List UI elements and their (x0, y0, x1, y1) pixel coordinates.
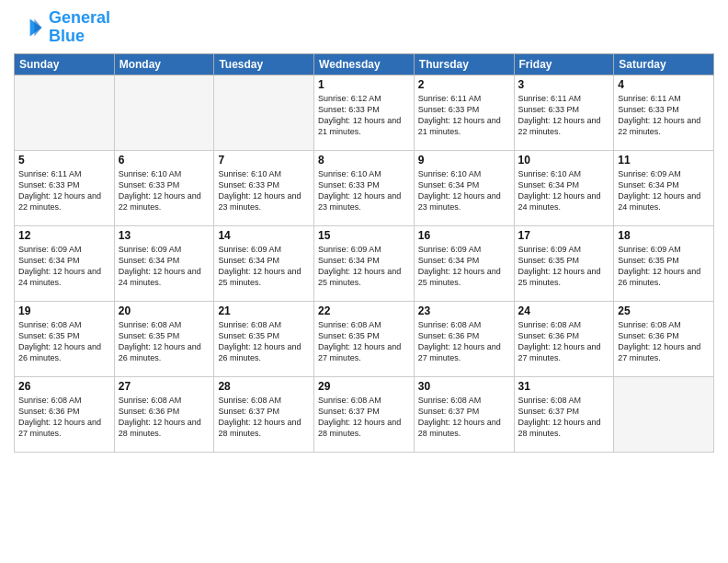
calendar-cell: 7Sunrise: 6:10 AM Sunset: 6:33 PM Daylig… (214, 150, 314, 225)
calendar-cell: 5Sunrise: 6:11 AM Sunset: 6:33 PM Daylig… (15, 150, 115, 225)
day-info: Sunrise: 6:08 AM Sunset: 6:35 PM Dayligh… (318, 319, 410, 364)
day-info: Sunrise: 6:08 AM Sunset: 6:35 PM Dayligh… (18, 319, 110, 364)
day-info: Sunrise: 6:08 AM Sunset: 6:37 PM Dayligh… (518, 395, 610, 440)
day-number: 29 (318, 380, 410, 393)
day-number: 5 (18, 154, 110, 167)
weekday-header-tuesday: Tuesday (214, 53, 314, 75)
day-number: 7 (218, 154, 310, 167)
day-number: 27 (119, 380, 210, 393)
weekday-header-sunday: Sunday (15, 53, 115, 75)
day-info: Sunrise: 6:08 AM Sunset: 6:37 PM Dayligh… (318, 395, 410, 440)
day-number: 26 (18, 380, 110, 393)
day-info: Sunrise: 6:11 AM Sunset: 6:33 PM Dayligh… (418, 93, 510, 138)
day-info: Sunrise: 6:09 AM Sunset: 6:34 PM Dayligh… (218, 244, 310, 289)
day-number: 1 (318, 78, 410, 91)
day-number: 20 (119, 304, 210, 317)
calendar-cell: 28Sunrise: 6:08 AM Sunset: 6:37 PM Dayli… (214, 376, 314, 452)
weekday-header-thursday: Thursday (414, 53, 514, 75)
calendar-cell: 22Sunrise: 6:08 AM Sunset: 6:35 PM Dayli… (314, 301, 415, 376)
calendar-cell: 19Sunrise: 6:08 AM Sunset: 6:35 PM Dayli… (15, 301, 115, 376)
day-number: 12 (18, 229, 110, 242)
day-info: Sunrise: 6:10 AM Sunset: 6:33 PM Dayligh… (318, 168, 410, 213)
calendar-cell (214, 75, 314, 150)
day-number: 19 (18, 304, 110, 317)
day-number: 30 (418, 380, 510, 393)
calendar-cell: 17Sunrise: 6:09 AM Sunset: 6:35 PM Dayli… (514, 225, 614, 301)
calendar-cell: 12Sunrise: 6:09 AM Sunset: 6:34 PM Dayli… (15, 225, 115, 301)
calendar-cell: 31Sunrise: 6:08 AM Sunset: 6:37 PM Dayli… (514, 376, 614, 452)
calendar-cell: 27Sunrise: 6:08 AM Sunset: 6:36 PM Dayli… (114, 376, 214, 452)
calendar-cell: 1Sunrise: 6:12 AM Sunset: 6:33 PM Daylig… (314, 75, 415, 150)
day-number: 3 (518, 78, 610, 91)
day-number: 22 (318, 304, 410, 317)
calendar-cell: 14Sunrise: 6:09 AM Sunset: 6:34 PM Dayli… (214, 225, 314, 301)
week-row-1: 1Sunrise: 6:12 AM Sunset: 6:33 PM Daylig… (15, 75, 714, 150)
calendar-cell: 9Sunrise: 6:10 AM Sunset: 6:34 PM Daylig… (414, 150, 514, 225)
calendar-cell: 13Sunrise: 6:09 AM Sunset: 6:34 PM Dayli… (114, 225, 214, 301)
calendar-cell: 21Sunrise: 6:08 AM Sunset: 6:35 PM Dayli… (214, 301, 314, 376)
calendar-cell: 18Sunrise: 6:09 AM Sunset: 6:35 PM Dayli… (614, 225, 714, 301)
day-info: Sunrise: 6:09 AM Sunset: 6:35 PM Dayligh… (618, 244, 710, 289)
week-row-4: 19Sunrise: 6:08 AM Sunset: 6:35 PM Dayli… (15, 301, 714, 376)
calendar-cell: 3Sunrise: 6:11 AM Sunset: 6:33 PM Daylig… (514, 75, 614, 150)
day-number: 4 (618, 78, 710, 91)
weekday-header-friday: Friday (514, 53, 614, 75)
day-number: 13 (119, 229, 210, 242)
day-info: Sunrise: 6:09 AM Sunset: 6:34 PM Dayligh… (418, 244, 510, 289)
day-number: 8 (318, 154, 410, 167)
calendar-cell: 20Sunrise: 6:08 AM Sunset: 6:35 PM Dayli… (114, 301, 214, 376)
week-row-5: 26Sunrise: 6:08 AM Sunset: 6:36 PM Dayli… (15, 376, 714, 452)
day-info: Sunrise: 6:09 AM Sunset: 6:34 PM Dayligh… (318, 244, 410, 289)
day-info: Sunrise: 6:08 AM Sunset: 6:36 PM Dayligh… (618, 319, 710, 364)
weekday-header-wednesday: Wednesday (314, 53, 415, 75)
weekday-header-saturday: Saturday (614, 53, 714, 75)
calendar-cell: 11Sunrise: 6:09 AM Sunset: 6:34 PM Dayli… (614, 150, 714, 225)
day-info: Sunrise: 6:10 AM Sunset: 6:34 PM Dayligh… (518, 168, 610, 213)
day-number: 9 (418, 154, 510, 167)
calendar-cell: 25Sunrise: 6:08 AM Sunset: 6:36 PM Dayli… (614, 301, 714, 376)
day-info: Sunrise: 6:11 AM Sunset: 6:33 PM Dayligh… (18, 168, 110, 213)
calendar-cell: 30Sunrise: 6:08 AM Sunset: 6:37 PM Dayli… (414, 376, 514, 452)
day-number: 25 (618, 304, 710, 317)
day-info: Sunrise: 6:09 AM Sunset: 6:34 PM Dayligh… (119, 244, 210, 289)
logo-icon (14, 13, 43, 42)
calendar-cell: 26Sunrise: 6:08 AM Sunset: 6:36 PM Dayli… (15, 376, 115, 452)
calendar-cell: 4Sunrise: 6:11 AM Sunset: 6:33 PM Daylig… (614, 75, 714, 150)
day-number: 31 (518, 380, 610, 393)
day-info: Sunrise: 6:10 AM Sunset: 6:33 PM Dayligh… (218, 168, 310, 213)
day-number: 24 (518, 304, 610, 317)
calendar-cell: 8Sunrise: 6:10 AM Sunset: 6:33 PM Daylig… (314, 150, 415, 225)
day-info: Sunrise: 6:08 AM Sunset: 6:36 PM Dayligh… (418, 319, 510, 364)
calendar-cell (114, 75, 214, 150)
day-info: Sunrise: 6:09 AM Sunset: 6:34 PM Dayligh… (18, 244, 110, 289)
day-number: 10 (518, 154, 610, 167)
calendar-cell (15, 75, 115, 150)
day-number: 16 (418, 229, 510, 242)
calendar-cell: 29Sunrise: 6:08 AM Sunset: 6:37 PM Dayli… (314, 376, 415, 452)
day-number: 11 (618, 154, 710, 167)
calendar-cell: 16Sunrise: 6:09 AM Sunset: 6:34 PM Dayli… (414, 225, 514, 301)
weekday-header-row: SundayMondayTuesdayWednesdayThursdayFrid… (15, 53, 714, 75)
day-info: Sunrise: 6:08 AM Sunset: 6:37 PM Dayligh… (418, 395, 510, 440)
day-info: Sunrise: 6:11 AM Sunset: 6:33 PM Dayligh… (518, 93, 610, 138)
day-number: 18 (618, 229, 710, 242)
calendar-cell: 24Sunrise: 6:08 AM Sunset: 6:36 PM Dayli… (514, 301, 614, 376)
day-info: Sunrise: 6:10 AM Sunset: 6:33 PM Dayligh… (119, 168, 210, 213)
svg-marker-1 (34, 18, 41, 36)
calendar-cell (614, 376, 714, 452)
logo-text: General Blue (49, 9, 110, 46)
day-info: Sunrise: 6:08 AM Sunset: 6:35 PM Dayligh… (218, 319, 310, 364)
calendar-table: SundayMondayTuesdayWednesdayThursdayFrid… (14, 53, 714, 453)
calendar-cell: 15Sunrise: 6:09 AM Sunset: 6:34 PM Dayli… (314, 225, 415, 301)
page: General Blue SundayMondayTuesdayWednesda… (0, 0, 728, 563)
week-row-2: 5Sunrise: 6:11 AM Sunset: 6:33 PM Daylig… (15, 150, 714, 225)
day-number: 15 (318, 229, 410, 242)
day-info: Sunrise: 6:08 AM Sunset: 6:36 PM Dayligh… (119, 395, 210, 440)
day-info: Sunrise: 6:10 AM Sunset: 6:34 PM Dayligh… (418, 168, 510, 213)
day-number: 6 (119, 154, 210, 167)
week-row-3: 12Sunrise: 6:09 AM Sunset: 6:34 PM Dayli… (15, 225, 714, 301)
day-number: 21 (218, 304, 310, 317)
weekday-header-monday: Monday (114, 53, 214, 75)
header: General Blue (14, 9, 714, 46)
calendar-cell: 10Sunrise: 6:10 AM Sunset: 6:34 PM Dayli… (514, 150, 614, 225)
